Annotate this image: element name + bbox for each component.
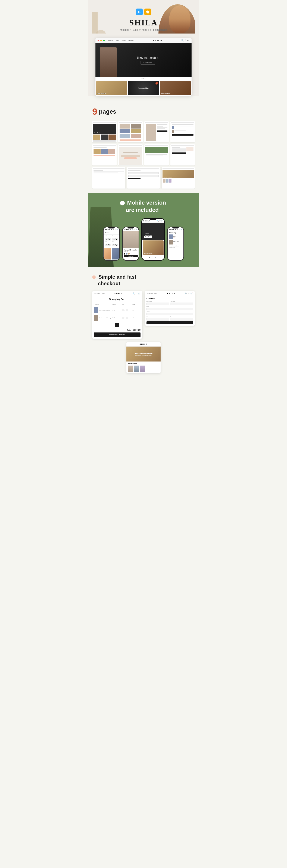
ph-cart-section: Shopping Jeans XL Mini w bag — [168,231,184,260]
ph-cart-price-2: — [173,242,182,243]
page-thumb-about[interactable]: About [145,144,169,165]
oc-order-items [128,366,159,372]
page-thumb-contact[interactable] [127,167,160,189]
co-search-icon[interactable]: 🔍 [133,292,135,294]
co-table-header: Product Price Qty Total [92,302,142,306]
phone-mockups-row: SHILA 🔍 ♡ 🛒 Jeans Collection Summer [92,218,195,261]
mobile-section: Mobile version are included SHILA 🔍 ♡ 🛒 … [88,193,199,267]
product-card-natural[interactable]: Natural Finds [160,81,191,95]
nav-men[interactable]: Men [116,39,119,41]
carousel-dot-1[interactable] [141,79,142,79]
phone-notch-3 [150,219,156,220]
mockup-shop-button[interactable]: Shop Now [141,61,155,64]
ph-cart-info-1: Jeans XL [173,236,182,238]
browser-mockup: Women Men About Contact SHILA 🔍 ♡ 🛍 New … [95,38,192,96]
search-icon[interactable]: 🔍 [181,39,184,41]
co-nav-men[interactable]: Men [101,292,105,294]
co-form-field-city: City [147,316,169,320]
pages-heading: 9 pages [92,106,195,117]
ph-cell-1[interactable] [104,248,111,259]
ph-icons-hero: 🔍 ♡ 🛒 [157,220,163,222]
co-nav-women[interactable]: Women [94,292,100,294]
hero-outer: Ps SHILA Modern Ecommerce Template Women… [88,0,199,96]
co-form-input-lastname[interactable] [170,303,193,305]
phone-screen-cart: SHILA 🔍 ♡ 🛒 Shopping Jeans XL [168,227,184,260]
carousel-dot-2[interactable] [143,79,144,79]
ph-heart-icon-4: ♡ [179,228,180,230]
co-form-input-firstname[interactable] [147,303,169,305]
co-form-input-zip[interactable] [170,318,193,320]
ph-cell-4[interactable] [112,259,119,260]
oc-brand: SHILA [140,343,148,345]
co-img-2 [94,315,98,321]
ph-coupon[interactable]: Do you have a discou... Coupon code [169,245,182,248]
page-thumb-checkout[interactable] [170,144,195,165]
page-thumb-order-complete[interactable]: Your order is complete [162,167,195,189]
co-total-2: 0.00 [132,317,140,318]
page-thumbnails-row1: New collection [92,121,195,143]
co-form-brand: SHILA [167,292,176,295]
co-img-1 [94,307,98,313]
co-product-name-1: Jeans with sequins [99,309,110,311]
page-thumb-featured[interactable] [92,144,117,165]
co-cart-icon[interactable]: 🛒 [138,292,140,294]
page-thumb-faq[interactable] [92,167,125,189]
ph-textures-product[interactable]: New Textures [142,241,164,255]
qty-minus-1[interactable]: - [122,309,124,311]
product-card-textures[interactable]: New Textures [96,81,127,95]
size-select[interactable]: XL [112,238,118,241]
co-heart-icon[interactable]: ♡ [136,292,137,294]
nav-links: Women Men About Contact [108,39,134,41]
col-qty: Qty [122,303,131,305]
page-thumb-product[interactable] [145,121,169,143]
qty-spinner-1[interactable]: - 2 + [122,309,131,311]
co-checkout-btn[interactable]: Proceed to Checkout [94,333,140,337]
co-form-nav-women[interactable]: Women [147,292,153,294]
page-thumb-newsletter[interactable] [118,144,142,165]
cart-icon[interactable]: 🛍 [188,39,189,41]
co-total-label: Total [127,329,131,331]
brand-title: SHILA [97,18,190,27]
co-form-search-icon[interactable]: 🔍 [185,292,187,294]
qty-spinner-2[interactable]: - 1 + [122,317,131,319]
co-form-input-email[interactable] [147,308,193,310]
co-form-nav: Women Men SHILA 🔍 ♡ 🛒 [145,291,195,296]
collection-select[interactable]: Summer [105,238,111,241]
oc-content: Your order [126,362,161,373]
sort-select[interactable]: Price low to high [112,244,118,246]
ph-brand-cart: SHILA [169,228,177,230]
natural-label: Natural Finds [161,92,169,94]
nav-contact[interactable]: Contact [128,39,134,41]
page-thumb-cart[interactable] [170,121,195,143]
co-form-nav-men[interactable]: Men [154,292,157,294]
co-submit-btn[interactable] [147,321,193,324]
ph-product-grid [103,247,119,260]
color-select[interactable]: Blue [105,244,111,246]
qty-plus-1[interactable]: + [126,309,128,311]
co-total-row: Total $117.00 [92,328,142,333]
pages-count: 9 [92,106,97,117]
page-thumb-home[interactable]: New collection [92,121,117,143]
nav-about[interactable]: About [122,39,126,41]
ph-cart-icon: 🛒 [116,228,118,230]
co-nav-right: 🔍 ♡ 🛒 [133,292,140,294]
qty-plus-2[interactable]: + [126,317,128,319]
mockup-banner-title: New collection [137,56,159,60]
qty-minus-2[interactable]: - [122,317,124,319]
co-form-title: Checkout [147,298,193,300]
co-form-heart-icon[interactable]: ♡ [188,292,190,294]
ph-cell-2[interactable] [112,248,119,259]
co-product-name-2: Mini women tote bag [99,317,111,318]
nav-women[interactable]: Women [108,39,114,41]
co-form-cart-icon[interactable]: 🛒 [190,292,193,294]
ph-search-icon-4: 🔍 [177,228,178,230]
co-form-input-address[interactable] [147,313,193,315]
phone-catalog: SHILA 🔍 ♡ 🛒 Jeans with sequins $149.00 [122,226,139,261]
co-form-input-city[interactable] [147,318,169,320]
carousel-dot-3[interactable] [145,79,146,79]
product-card-hats[interactable]: Summer Hats + [128,81,159,95]
ph-cell-3[interactable] [104,259,111,260]
phone-screen-jeans: SHILA 🔍 ♡ 🛒 Jeans Collection Summer [103,227,119,260]
heart-icon[interactable]: ♡ [185,39,186,41]
page-thumb-catalog[interactable] [118,121,142,143]
